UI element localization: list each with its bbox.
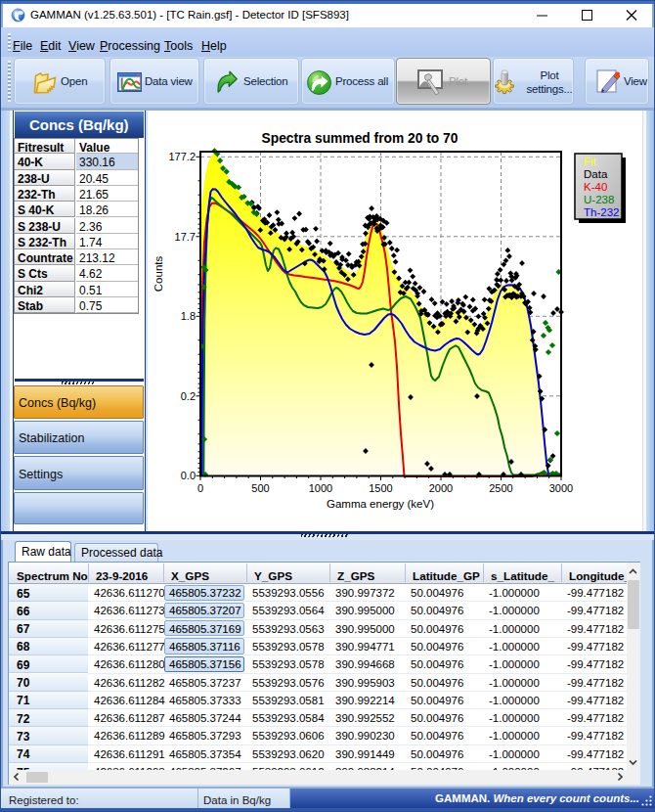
svg-text:177.2: 177.2 (168, 151, 196, 162)
svg-text:Data: Data (584, 168, 608, 180)
svg-text:K-40: K-40 (584, 181, 607, 193)
svg-text:0: 0 (197, 482, 203, 494)
svg-text:0.2: 0.2 (181, 390, 196, 402)
svg-text:Fit: Fit (584, 156, 597, 167)
svg-text:1.8: 1.8 (181, 310, 196, 322)
svg-text:500: 500 (251, 482, 269, 494)
svg-text:2500: 2500 (489, 482, 512, 494)
svg-text:1000: 1000 (309, 482, 332, 494)
svg-text:Spectra summed from 20 to 70: Spectra summed from 20 to 70 (262, 131, 458, 146)
svg-text:2000: 2000 (429, 482, 453, 494)
svg-text:17.7: 17.7 (175, 231, 196, 243)
svg-text:Th-232: Th-232 (584, 206, 619, 218)
svg-text:0.0: 0.0 (181, 470, 196, 481)
svg-text:Counts: Counts (153, 256, 164, 293)
svg-text:U-238: U-238 (584, 194, 614, 205)
svg-text:1500: 1500 (369, 482, 392, 494)
svg-text:3000: 3000 (549, 482, 573, 494)
svg-text:Gamma energy (keV): Gamma energy (keV) (327, 498, 434, 510)
